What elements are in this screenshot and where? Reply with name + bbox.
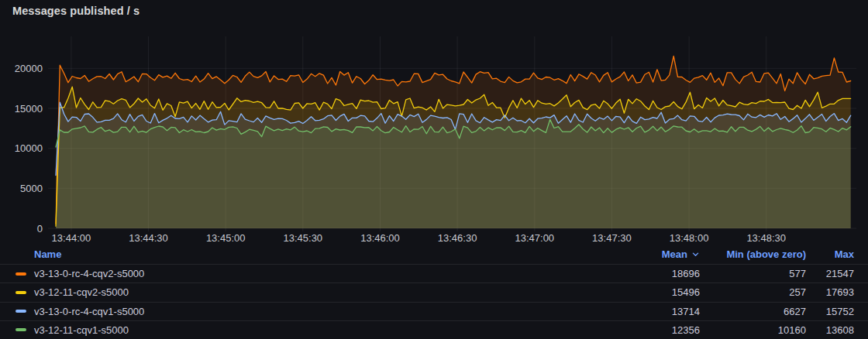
col-header-mean[interactable]: Mean (599, 248, 700, 260)
max-value: 13608 (806, 324, 854, 336)
series-color-swatch (16, 272, 26, 276)
x-tick-label: 13:45:30 (283, 232, 322, 244)
max-value: 17693 (806, 286, 854, 298)
y-tick-label: 0 (37, 223, 43, 235)
y-tick-label: 10000 (15, 142, 43, 154)
series-name-label: v3-13-0-rc-4-cqv1-s5000 (34, 306, 144, 317)
grafana-panel: Messages published / s 05000100001500020… (0, 0, 868, 339)
col-header-mean-label: Mean (662, 248, 687, 260)
timeseries-svg[interactable]: 0500010000150002000013:44:0013:44:3013:4… (0, 0, 868, 245)
col-header-name-label: Name (34, 248, 61, 260)
legend-body: v3-13-0-rc-4-cqv2-s50001869657721547v3-1… (0, 264, 868, 339)
series-toggle-v3-12-11-cqv2-s5000[interactable]: v3-12-11-cqv2-s5000 (16, 286, 599, 298)
series-name-label: v3-12-11-cqv2-s5000 (34, 286, 129, 298)
max-value: 15752 (806, 306, 854, 317)
x-tick-label: 13:46:30 (438, 232, 477, 244)
legend-header-row: Name Mean Min (above zero) Max (0, 245, 868, 264)
series-fill-v3-12-11-cqv1-s5000 (56, 119, 851, 228)
col-header-min-label: Min (above zero) (726, 248, 806, 260)
x-tick-label: 13:48:30 (746, 232, 786, 244)
legend-row: v3-13-0-rc-4-cqv2-s50001869657721547 (0, 264, 868, 282)
col-header-max-label: Max (835, 248, 854, 260)
series-toggle-v3-13-0-rc-4-cqv2-s5000[interactable]: v3-13-0-rc-4-cqv2-s5000 (16, 268, 599, 279)
series-name-label: v3-12-11-cqv1-s5000 (34, 324, 129, 336)
legend-row: v3-13-0-rc-4-cqv1-s500013714662715752 (0, 302, 868, 320)
series-toggle-v3-12-11-cqv1-s5000[interactable]: v3-12-11-cqv1-s5000 (16, 324, 599, 336)
series-color-swatch (16, 291, 26, 294)
chart-area[interactable]: 0500010000150002000013:44:0013:44:3013:4… (0, 0, 868, 245)
min-above-zero-value: 10160 (700, 324, 806, 336)
series-toggle-v3-13-0-rc-4-cqv1-s5000[interactable]: v3-13-0-rc-4-cqv1-s5000 (16, 306, 599, 317)
y-tick-label: 5000 (20, 183, 43, 194)
mean-value: 18696 (599, 268, 700, 279)
min-above-zero-value: 577 (700, 268, 806, 279)
sort-desc-icon (691, 250, 700, 259)
series-color-swatch (16, 310, 26, 313)
col-header-max[interactable]: Max (806, 248, 854, 260)
y-tick-label: 20000 (15, 63, 43, 74)
min-above-zero-value: 257 (700, 286, 806, 298)
col-header-name[interactable]: Name (16, 248, 599, 260)
legend-row: v3-12-11-cqv2-s50001549625717693 (0, 282, 868, 301)
x-tick-label: 13:45:00 (206, 232, 246, 244)
max-value: 21547 (806, 268, 854, 279)
mean-value: 12356 (599, 324, 700, 336)
y-tick-label: 15000 (15, 103, 43, 115)
x-tick-label: 13:44:30 (129, 232, 168, 244)
series-name-label: v3-13-0-rc-4-cqv2-s5000 (34, 268, 144, 279)
x-tick-label: 13:44:00 (52, 232, 91, 244)
mean-value: 15496 (599, 286, 700, 298)
series-color-swatch (16, 328, 26, 331)
legend-row: v3-12-11-cqv1-s5000123561016013608 (0, 320, 868, 339)
x-tick-label: 13:47:30 (592, 232, 632, 244)
x-tick-label: 13:46:00 (360, 232, 400, 244)
col-header-min-above-zero[interactable]: Min (above zero) (700, 248, 806, 260)
min-above-zero-value: 6627 (700, 306, 806, 317)
x-tick-label: 13:47:00 (515, 232, 554, 244)
legend-table: Name Mean Min (above zero) Max v3-13-0-r… (0, 245, 868, 339)
mean-value: 13714 (599, 306, 700, 317)
x-tick-label: 13:48:00 (670, 232, 709, 244)
